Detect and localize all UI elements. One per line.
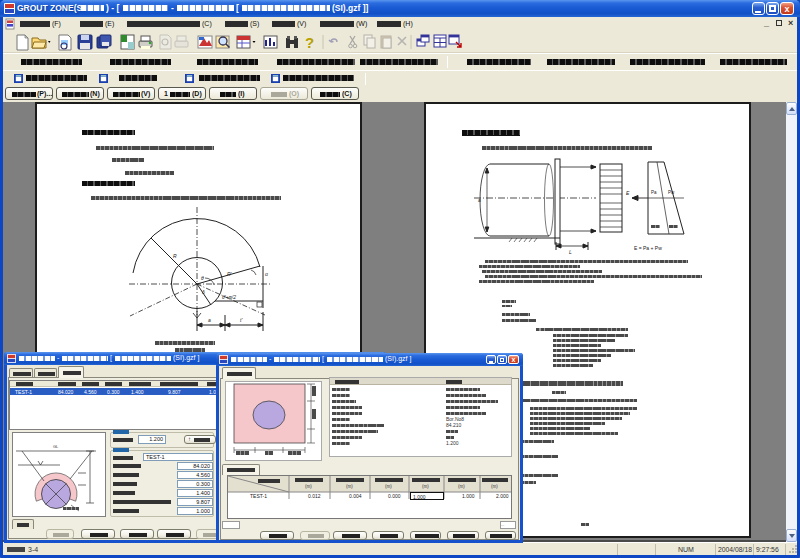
svg-text:Pa: Pa — [651, 190, 657, 195]
svg-text:R: R — [173, 253, 177, 259]
svg-text:θ'+φ/2: θ'+φ/2 — [222, 294, 236, 300]
svg-text:a: a — [478, 197, 481, 203]
svg-text:E: E — [626, 190, 630, 196]
svg-text:δ: δ — [202, 289, 205, 295]
svg-text:?: ? — [305, 34, 314, 51]
svg-text:L: L — [569, 249, 572, 255]
svg-text:GL: GL — [53, 444, 59, 449]
svg-text:Pw: Pw — [668, 190, 675, 195]
svg-text:E = Pa + Pw: E = Pa + Pw — [634, 245, 662, 251]
svg-text:t': t' — [240, 317, 243, 323]
svg-text:α: α — [265, 271, 268, 277]
svg-text:θ: θ — [201, 275, 204, 281]
svg-text:a: a — [208, 317, 211, 323]
